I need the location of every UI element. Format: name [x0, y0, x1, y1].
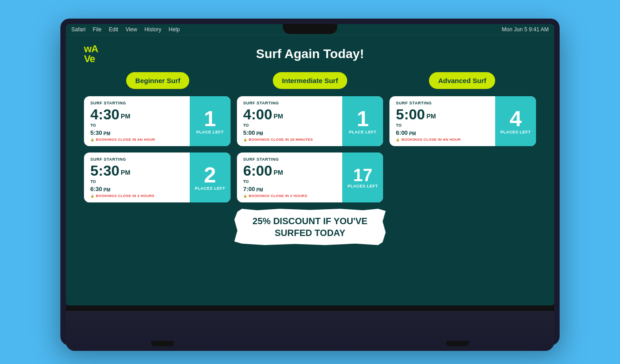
count-label-i2: PLACES LEFT — [348, 184, 378, 188]
advanced-session-1[interactable]: SURF STARTING 5:00 PM TO 6:00 PM BOOKING… — [389, 96, 536, 146]
count-number-b2: 2 — [204, 164, 216, 186]
surf-starting-label-a1: SURF STARTING — [396, 101, 489, 105]
time-end-b1: 5:30 — [90, 129, 102, 136]
logo-line1: wA — [84, 44, 111, 54]
beginner-session-2-info: SURF STARTING 5:30 PM TO 6:30 PM BOOKING… — [84, 152, 190, 202]
intermediate-session-2[interactable]: SURF STARTING 6:00 PM TO 7:00 PM BOOKING… — [237, 152, 384, 202]
time-main-i1: 4:00 — [243, 107, 272, 122]
surf-starting-label-i1: SURF STARTING — [243, 101, 336, 105]
count-b1: 1 PLACE LEFT — [190, 96, 231, 146]
count-b2: 2 PLACES LEFT — [190, 152, 231, 202]
menu-file[interactable]: File — [93, 26, 101, 33]
time-to-i2: TO — [243, 179, 336, 184]
menu-help[interactable]: Help — [169, 26, 180, 33]
period-b2: PM — [121, 169, 130, 176]
alert-b2: BOOKINGS CLOSE IN 2 HOURS — [90, 194, 183, 198]
period-i2: PM — [274, 169, 283, 176]
count-number-b1: 1 — [204, 108, 216, 130]
count-number-i2: 17 — [353, 167, 372, 184]
surf-starting-label-b2: SURF STARTING — [90, 157, 183, 162]
discount-line2: SURFED TODAY — [252, 227, 367, 239]
intermediate-session-1[interactable]: SURF STARTING 4:00 PM TO 5:00 PM BOOKING… — [237, 96, 384, 146]
time-main-b1: 4:30 — [90, 107, 119, 122]
menu-safari[interactable]: Safari — [71, 26, 85, 33]
time-to-a1: TO — [396, 123, 489, 128]
count-label-i1: PLACE LEFT — [349, 130, 377, 134]
count-i2: 17 PLACES LEFT — [342, 152, 383, 202]
alert-i2: BOOKINGS CLOSE IN 2 HOURS — [243, 194, 336, 198]
foot-right — [446, 341, 469, 346]
tab-advanced[interactable]: Advanced Surf — [429, 72, 495, 89]
intermediate-column: SURF STARTING 4:00 PM TO 5:00 PM BOOKING… — [237, 96, 384, 202]
beginner-column: SURF STARTING 4:30 PM TO 5:30 PM BOOKING… — [84, 96, 231, 202]
page-title: Surf Again Today! — [111, 47, 509, 61]
time-end-a1: 6:00 — [396, 129, 408, 136]
surf-starting-label-b1: SURF STARTING — [90, 101, 183, 105]
laptop-screen: Safari File Edit View History Help Mon J… — [66, 24, 554, 305]
count-label-a1: PLACES LEFT — [500, 130, 531, 134]
alert-i1: BOOKINGS CLOSE IN 28 MINUTES — [243, 138, 336, 142]
laptop-frame: Safari File Edit View History Help Mon J… — [60, 19, 560, 345]
header-area: wA Ve Surf Again Today! — [84, 44, 536, 64]
beginner-session-1[interactable]: SURF STARTING 4:30 PM TO 5:30 PM BOOKING… — [84, 96, 231, 146]
time-main-b2: 5:30 — [90, 163, 119, 178]
tabs-row: Beginner Surf Intermediate Surf Advanced… — [84, 72, 536, 89]
foot-left — [151, 341, 174, 346]
count-label-b2: PLACES LEFT — [195, 186, 225, 191]
tab-beginner[interactable]: Beginner Surf — [126, 72, 189, 89]
period-a1: PM — [426, 113, 436, 120]
laptop-feet — [151, 341, 469, 346]
beginner-session-2[interactable]: SURF STARTING 5:30 PM TO 6:30 PM BOOKING… — [84, 152, 231, 202]
intermediate-session-2-info: SURF STARTING 6:00 PM TO 7:00 PM BOOKING… — [237, 152, 343, 202]
time-to-i1: TO — [243, 123, 336, 128]
discount-line1: 25% DISCOUNT IF YOU'VE — [252, 215, 367, 227]
time-end-i1: 5:00 — [243, 129, 255, 136]
menu-items: Safari File Edit View History Help — [71, 26, 180, 33]
count-number-i1: 1 — [357, 108, 369, 130]
period-end-i1: PM — [256, 131, 263, 136]
screen-notch — [283, 24, 337, 34]
laptop-bottom — [66, 311, 554, 351]
period-b1: PM — [121, 113, 130, 120]
count-label-b1: PLACE LEFT — [196, 130, 224, 134]
menu-view[interactable]: View — [125, 26, 137, 33]
time-to-b1: TO — [90, 123, 183, 128]
beginner-session-1-info: SURF STARTING 4:30 PM TO 5:30 PM BOOKING… — [84, 96, 190, 146]
laptop-hinge — [66, 305, 554, 311]
surf-starting-label-i2: SURF STARTING — [243, 157, 336, 162]
period-end-b2: PM — [103, 187, 110, 192]
count-a1: 4 PLACES LEFT — [495, 96, 536, 146]
period-end-a1: PM — [409, 131, 416, 136]
time-main-a1: 5:00 — [396, 107, 425, 122]
discount-banner: 25% DISCOUNT IF YOU'VE SURFED TODAY — [234, 209, 385, 245]
count-number-a1: 4 — [510, 108, 522, 130]
period-i1: PM — [274, 113, 283, 120]
time-main-i2: 6:00 — [243, 163, 272, 178]
menu-history[interactable]: History — [144, 26, 161, 33]
screen-content: wA Ve Surf Again Today! Beginner Surf In… — [66, 35, 554, 305]
intermediate-session-1-info: SURF STARTING 4:00 PM TO 5:00 PM BOOKING… — [237, 96, 343, 146]
tab-intermediate[interactable]: Intermediate Surf — [273, 72, 347, 89]
alert-b1: BOOKINGS CLOSE IN AN HOUR — [90, 138, 183, 142]
time-end-b2: 6:30 — [90, 186, 102, 192]
advanced-session-1-info: SURF STARTING 5:00 PM TO 6:00 PM BOOKING… — [389, 96, 495, 146]
alert-a1: BOOKINGS CLOSE IN AN HOUR — [396, 138, 489, 142]
menu-edit[interactable]: Edit — [109, 26, 118, 33]
system-time: Mon Jun 5 9:41 AM — [502, 26, 549, 33]
logo-line2: Ve — [84, 54, 111, 64]
discount-container: 25% DISCOUNT IF YOU'VE SURFED TODAY — [84, 209, 536, 245]
sessions-layout: SURF STARTING 4:30 PM TO 5:30 PM BOOKING… — [84, 96, 536, 202]
advanced-column: SURF STARTING 5:00 PM TO 6:00 PM BOOKING… — [389, 96, 536, 202]
period-end-i2: PM — [256, 187, 263, 192]
time-end-i2: 7:00 — [243, 186, 255, 192]
logo: wA Ve — [84, 44, 111, 64]
laptop-base — [66, 305, 554, 351]
count-i1: 1 PLACE LEFT — [342, 96, 383, 146]
time-to-b2: TO — [90, 179, 183, 184]
period-end-b1: PM — [103, 131, 110, 136]
